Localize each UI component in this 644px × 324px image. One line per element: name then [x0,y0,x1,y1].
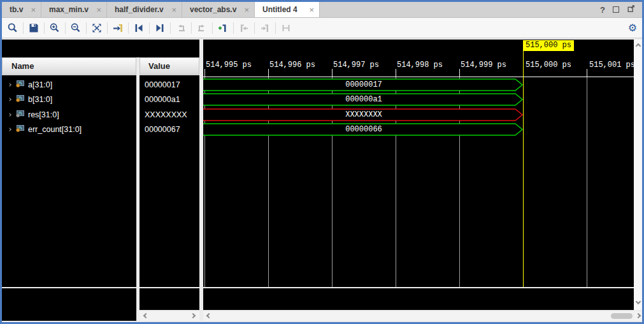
time-cursor-line[interactable] [523,50,524,287]
go-to-cursor-button[interactable] [110,20,126,36]
swap-cursor-button[interactable] [173,20,189,36]
expand-chevron-icon[interactable] [8,83,11,87]
next-transition-button[interactable] [152,20,168,36]
wave-toolbar: ⚙ [2,18,642,38]
tab-label: half_divider.v [115,5,164,14]
scroll-down-icon[interactable] [636,299,641,304]
settings-gear-icon[interactable]: ⚙ [628,23,637,33]
next-marker-button[interactable] [257,20,273,36]
signal-value-b[interactable]: 000000a1 [140,92,199,107]
axis-tick [204,69,205,77]
window-controls: ? [600,2,642,17]
tab-half-divider-v[interactable]: half_divider.v × [107,2,182,17]
scroll-up-icon[interactable] [636,43,641,48]
signal-name-label: b[31:0] [28,95,52,104]
axis-tick-label: 514,998 ps [397,61,443,70]
toolbar-separator [149,22,150,34]
waveform-canvas[interactable]: 514,995 ps 514,996 ps 514,997 ps 514,998… [203,40,634,287]
name-panel-top-strip [2,40,199,57]
zoom-in-button[interactable] [47,20,63,36]
value-column-header[interactable]: Value [140,57,199,75]
value-panel-lower [140,288,199,310]
close-icon[interactable]: × [244,6,249,14]
wave-bus-b: 000000a1 [203,93,524,106]
maximize-icon[interactable] [613,6,619,13]
axis-tick-label: 515,001 ps [589,61,634,70]
horizontal-scroll-thumb[interactable] [611,313,633,319]
scroll-right-icon[interactable] [636,313,641,318]
tab-max-min-v[interactable]: max_min.v × [41,2,107,17]
wave-bus-a: 00000017 [203,78,524,91]
scroll-right-icon[interactable] [190,313,196,318]
signal-name-label: err_count[31:0] [28,125,82,134]
close-icon[interactable]: × [309,6,314,14]
tab-label: Untitled 4 [262,5,297,14]
toolbar-separator [212,22,213,34]
signal-value-res[interactable]: XXXXXXXX [140,107,199,122]
help-icon[interactable]: ? [600,5,605,15]
toolbar-separator [191,22,192,34]
axis-tick [587,69,587,77]
float-window-icon[interactable] [627,4,636,15]
previous-marker-button[interactable] [236,20,252,36]
wave-vertical-scrollbar[interactable] [634,40,644,310]
value-label: 000000a1 [145,95,180,104]
close-icon[interactable]: × [96,6,101,14]
toolbar-separator [23,22,24,34]
wave-horizontal-scrollbar[interactable] [203,311,633,321]
gridline [587,77,587,287]
bus-signal-icon [16,125,24,134]
signal-row-res[interactable]: res[31:0] [2,107,136,122]
close-icon[interactable]: × [31,6,36,14]
find-button[interactable] [4,20,21,36]
axis-tick-label: 514,995 ps [206,61,252,70]
add-marker-button[interactable] [215,20,231,36]
scroll-left-icon[interactable] [206,313,211,318]
tab-bar: tb.v × max_min.v × half_divider.v × vect… [2,2,642,18]
wave-bus-err-count: 00000066 [203,123,524,136]
signal-name-label: a[31:0] [28,80,52,89]
axis-tick-label: 514,996 ps [269,61,315,70]
tab-untitled-4[interactable]: Untitled 4 × [255,2,320,17]
zoom-out-button[interactable] [68,20,84,36]
expand-chevron-icon[interactable] [8,128,11,131]
axis-tick-label: 515,000 ps [526,61,571,70]
toolbar-separator [275,22,276,34]
wave-bus-value: 000000a1 [203,93,524,106]
expand-chevron-icon[interactable] [8,98,11,101]
value-horizontal-scrollbar[interactable] [140,311,199,321]
bus-signal-icon [16,80,24,89]
toolbar-separator [86,22,87,34]
signal-value-err-count[interactable]: 00000067 [140,122,199,136]
signal-name-panel: a[31:0] b[31:0] res[31:0] err_count[31:0… [2,75,136,287]
tab-tb-v[interactable]: tb.v × [2,2,41,17]
axis-tick [332,69,333,77]
wave-bus-value: XXXXXXXX [203,108,524,121]
axis-tick [459,69,460,77]
toolbar-separator [65,22,66,34]
toolbar-separator [44,22,45,34]
signal-row-err-count[interactable]: err_count[31:0] [2,122,136,136]
axis-tick [396,69,396,77]
scroll-left-icon[interactable] [143,313,148,318]
save-button[interactable] [25,20,42,36]
move-cursor-button[interactable] [194,20,210,36]
signal-row-a[interactable]: a[31:0] [2,77,136,92]
expand-chevron-icon[interactable] [8,113,11,117]
tab-label: vector_abs.v [190,5,236,14]
tab-label: tb.v [10,5,23,14]
tab-vector-abs-v[interactable]: vector_abs.v × [182,2,255,17]
close-icon[interactable]: × [171,6,176,14]
name-column-header[interactable]: Name [2,57,136,75]
zoom-fit-button[interactable] [89,20,105,36]
scrollbar-corner[interactable] [634,311,644,321]
signal-name-label: res[31:0] [28,110,59,119]
signal-value-a[interactable]: 00000017 [140,77,199,92]
time-cursor-label[interactable]: 515,000 ps [523,40,574,51]
toolbar-separator [128,22,129,34]
span-markers-button[interactable] [278,20,294,36]
signal-row-b[interactable]: b[31:0] [2,92,136,107]
wave-bus-res: XXXXXXXX [203,108,524,121]
previous-transition-button[interactable] [131,20,147,36]
waveform-viewer-window: tb.v × max_min.v × half_divider.v × vect… [0,0,644,324]
